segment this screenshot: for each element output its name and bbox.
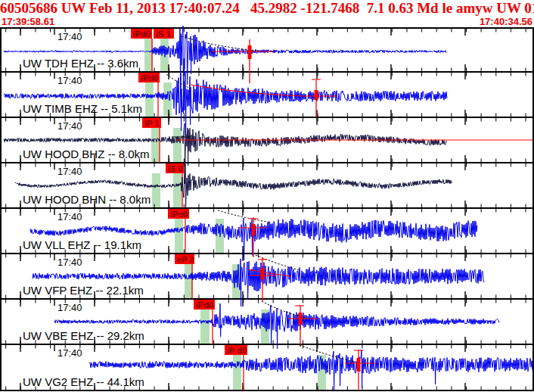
panel-time-label: 17:40 <box>57 302 82 313</box>
panel-time-label: 17:40 <box>57 31 82 42</box>
svg-text:iS 1: iS 1 <box>156 30 171 39</box>
svg-text:iPd0: iPd0 <box>196 300 213 310</box>
pick-flag[interactable]: iPd0 <box>168 209 189 219</box>
panel-time-label: 17:40 <box>57 75 82 86</box>
pick-flag[interactable]: iPd0 <box>194 300 215 310</box>
pick-uncertainty-bands <box>151 128 182 162</box>
amplitude-marker[interactable] <box>248 39 252 83</box>
pick-flag[interactable]: iPd0 <box>131 29 152 39</box>
waveform-trace[interactable] <box>54 303 499 349</box>
trace-panel: iP d0 <box>89 345 532 390</box>
svg-text:iS 0: iS 0 <box>168 164 183 173</box>
pick-flag[interactable]: iS 0 <box>166 163 184 173</box>
amplitude-marker[interactable] <box>315 80 318 117</box>
station-label: UW TIMB EHZ -- 5.1km <box>23 102 142 115</box>
svg-text:iPd0: iPd0 <box>170 210 188 219</box>
pick-flag[interactable]: iS 1 <box>154 29 174 39</box>
coda-decay-curve <box>218 210 271 222</box>
station-label: UW VFP EHZ -- 22.1km <box>23 284 144 297</box>
station-label: UW VG2 EHZ -- 44.1km <box>23 375 144 388</box>
station-label: UW TDH EHZ -- 3.6km <box>23 57 138 70</box>
panel-time-label: 17:40 <box>57 166 82 177</box>
pick-flag[interactable]: iP 1 <box>142 118 161 128</box>
panel-time-label: 17:40 <box>57 211 82 222</box>
station-label: UW HOOD BHZ -- 8.0km <box>23 148 150 160</box>
station-label: UW VLL EHZ -- 19.1km <box>23 238 141 251</box>
amplitude-marker[interactable] <box>357 350 361 390</box>
pick-uncertainty-bands <box>152 173 182 207</box>
svg-text:iPd0: iPd0 <box>141 73 158 82</box>
seismic-analysis-window: 60505686 UW Feb 11, 2013 17:40:07.24 45.… <box>0 0 534 392</box>
station-label: UW HOOD BHN -- 8.0km <box>23 193 151 206</box>
waveform-display[interactable]: iPd0iS 1iPd0iP 1iS 0iPd0eP 2iPd0iP d0 UW… <box>0 0 534 392</box>
pick-flag[interactable]: iP d0 <box>225 345 247 355</box>
panel-time-label: 17:40 <box>57 347 82 359</box>
svg-text:eP 2: eP 2 <box>177 255 194 264</box>
pick-uncertainty-bands <box>200 310 269 344</box>
trace-panel: iPd0 <box>30 209 477 260</box>
pick-flag[interactable]: iPd0 <box>138 73 160 82</box>
svg-text:iPd0: iPd0 <box>133 30 151 39</box>
station-label: UW VBE EHZ -- 29.2km <box>23 329 144 342</box>
panel-time-label: 17:40 <box>57 120 82 132</box>
svg-text:iP d0: iP d0 <box>227 346 247 355</box>
svg-text:iP 1: iP 1 <box>144 119 159 128</box>
panel-time-label: 17:40 <box>57 257 82 268</box>
pick-flag[interactable]: eP 2 <box>175 254 194 264</box>
waveform-trace[interactable] <box>89 350 532 390</box>
